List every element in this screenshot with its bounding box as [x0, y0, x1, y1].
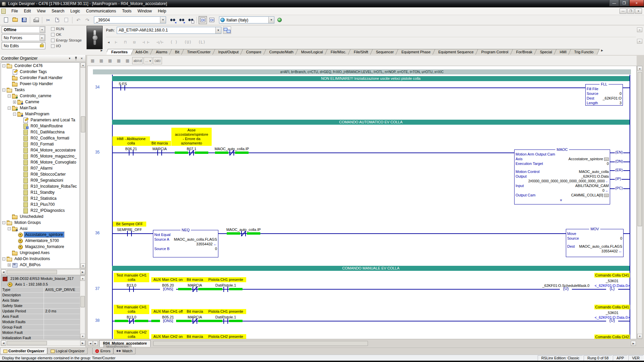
collapse-icon[interactable]: -	[2, 221, 5, 224]
tag-name[interactable]: SEMPRE_OFF	[99, 228, 160, 232]
branch-icon[interactable]: ⊓	[121, 39, 129, 46]
quickview-vertical-scrollbar[interactable]: ▲ ▼	[80, 276, 85, 339]
tree-item-r10-incollatore-robatec[interactable]: R10_Incollatore_RobaTec	[1, 183, 79, 189]
close-icon[interactable]: ×	[79, 56, 84, 61]
toggle-tag-display-icon[interactable]: ab/cd	[132, 57, 143, 64]
editor-tool-4-icon[interactable]: ▦	[115, 57, 123, 64]
angle-brackets-icon[interactable]: ⟨ab⟩	[153, 57, 162, 64]
tag-description[interactable]: Pistola CH1 presente	[205, 277, 246, 282]
scroll-left-icon[interactable]: ◀	[106, 39, 111, 45]
tag-description[interactable]: Bit marcia	[184, 277, 206, 282]
tab-move-logical[interactable]: Move/Logical	[295, 49, 329, 55]
otu-coil-icon[interactable]: (U)	[181, 39, 195, 46]
mdi-minimize-icon[interactable]: —	[620, 8, 627, 14]
tree-item-camme[interactable]: +Camme	[1, 99, 79, 105]
tab-favorites[interactable]: Favorites	[107, 49, 134, 55]
tree-item-magazzino-formatore[interactable]: Magazzino_formatore	[1, 244, 79, 250]
tree-item-r02-codifica-formati[interactable]: R02_Codifica_formati	[1, 135, 79, 141]
mdi-close-icon[interactable]: ×	[635, 8, 642, 14]
find-next-icon[interactable]: ►	[177, 16, 186, 24]
rung-number[interactable]: 35	[90, 150, 100, 155]
editor-tool-3-icon[interactable]: ▦	[106, 57, 114, 64]
toggle-controller-organizer-icon[interactable]	[199, 16, 207, 24]
output-tag[interactable]: <_62KF01:O.Data.0>	[582, 315, 637, 319]
collapse-icon[interactable]: -	[8, 95, 11, 98]
tag-name[interactable]: S:FS	[93, 82, 153, 86]
tree-item-unscheduled[interactable]: Unscheduled	[1, 214, 79, 220]
controller-mode-box[interactable]: Offline ▾	[2, 26, 45, 33]
tag-description[interactable]: Bit Sempre OFF	[113, 222, 146, 227]
open-icon[interactable]	[11, 16, 19, 24]
chevron-down-icon[interactable]: ▼	[215, 27, 221, 34]
tab-program-control[interactable]: Program Control	[475, 49, 514, 55]
tab-logical-organizer[interactable]: Logical Organizer	[47, 348, 88, 354]
hscroll-right-icon[interactable]: ▶	[631, 341, 636, 346]
otl-coil-icon[interactable]: (L)	[195, 39, 209, 46]
tree-item-controller-c476[interactable]: -Controller C476	[1, 63, 79, 69]
menu-help[interactable]: Help	[155, 8, 169, 14]
tag-description[interactable]: Bit marcia	[184, 334, 206, 339]
tree-item-mainprogram[interactable]: -MainProgram	[1, 111, 79, 117]
tab-equipment-sequence[interactable]: Equipment Sequence	[432, 49, 480, 55]
tree-item-add-on-instructions[interactable]: -Add-On Instructions	[1, 256, 79, 262]
tree-item-controller-tags[interactable]: Controller Tags	[1, 69, 79, 75]
rung-number[interactable]: 37	[90, 286, 100, 291]
find-in-routines-icon[interactable]	[186, 16, 195, 24]
tree-vertical-scrollbar[interactable]: ▲ ▼	[80, 62, 86, 269]
ons-instruction[interactable]: [ONS]	[160, 287, 176, 291]
axis-header[interactable]: Axis 1 - 192.168.0.5	[1, 281, 85, 287]
tree-item-r05-motore-magazzino[interactable]: R05_Motore_magazzino_	[1, 153, 79, 159]
editor-tool-2-icon[interactable]: ▦	[97, 57, 105, 64]
tab-timer-counter[interactable]: Timer/Counter	[181, 49, 216, 55]
tag-description[interactable]: Bit marcia	[148, 141, 171, 146]
tree-item-r00-mainroutine[interactable]: R00_MainRoutine	[1, 123, 79, 129]
tree-item-controller-fault-handler[interactable]: Controller Fault Handler	[1, 75, 79, 81]
ladder-horizontal-scrollbar[interactable]	[153, 341, 368, 346]
language-select[interactable]: Italian (Italy) ▼	[219, 16, 274, 23]
tree-item-r07-allarmi[interactable]: R07_Allarmi	[1, 165, 79, 171]
tree-item-r01-datimacchina[interactable]: R01_DatiMacchina	[1, 129, 79, 135]
tab-scroll-left-icon[interactable]: ◀	[88, 341, 93, 346]
print-icon[interactable]	[32, 16, 40, 24]
tab-trig-functio[interactable]: Trig Functio	[569, 49, 600, 55]
search-combo[interactable]: _39S04 ▼	[94, 16, 166, 23]
tag-description[interactable]: Test manuale CH2colla	[114, 330, 149, 339]
new-rung-icon[interactable]: ⊢	[112, 39, 120, 46]
ellipsis-button[interactable]: ...	[604, 158, 609, 161]
more-options-icon[interactable]: … ▾	[144, 57, 152, 64]
tree-item-ungrouped-axes[interactable]: Ungrouped Axes	[1, 250, 79, 256]
output-description[interactable]: Comando Colla CH1	[582, 273, 637, 277]
menu-file[interactable]: File	[8, 8, 21, 14]
pin-icon[interactable]	[73, 56, 78, 61]
tree-item-tasks[interactable]: -Tasks	[1, 87, 79, 93]
tag-description[interactable]: Pistola CH2 presente	[205, 334, 246, 339]
tree-item-r13-plus700[interactable]: R13_Plus700	[1, 201, 79, 207]
rung-number[interactable]: 38	[90, 318, 100, 323]
tag-description[interactable]: Test manuale CH1colla	[114, 305, 149, 314]
undo-icon[interactable]: ↶	[74, 16, 83, 24]
new-icon[interactable]	[2, 16, 10, 24]
find-previous-icon[interactable]: ◄	[168, 16, 177, 24]
close-icon[interactable]: ×	[629, 0, 644, 6]
redo-icon[interactable]: ↷	[83, 16, 92, 24]
tree-item-controllo-camme[interactable]: -Controllo_camme	[1, 93, 79, 99]
tag-description[interactable]: Pistola CH1 presente	[205, 309, 246, 314]
collapse-icon[interactable]: -	[13, 113, 16, 116]
ote-coil-icon[interactable]: ( )	[167, 39, 181, 46]
language-globe-button[interactable]	[275, 16, 283, 24]
tag-description[interactable]: AUX Man CH1 on	[151, 277, 185, 282]
tab-watch[interactable]: Watch	[113, 348, 136, 354]
tree-item-aoi-bitpos[interactable]: +AOI_BitPos	[1, 262, 79, 268]
collapse-icon[interactable]: -	[2, 257, 5, 260]
toolbar-overflow-icon[interactable]: »	[637, 27, 642, 32]
xic-contact-icon[interactable]: ⊣ ⊢	[139, 39, 153, 46]
module-header[interactable]: 2198-D032-ERS3 Modulo_biasse_317	[1, 276, 85, 281]
tab-controller-organizer[interactable]: Controller Organizer	[0, 348, 47, 354]
tree-item-r06-motore-convogliato[interactable]: R06_Motore_Convogliato	[1, 159, 79, 165]
rung-number[interactable]: 36	[90, 231, 100, 235]
expand-icon[interactable]: +	[13, 101, 16, 104]
tree-item-r04-motore-accostatore[interactable]: R04_Motore_accostatore	[1, 147, 79, 153]
tag-description[interactable]: HMI - Abilitazionecolla	[112, 136, 150, 146]
cut-icon[interactable]: ✂	[44, 16, 52, 24]
tree-item-r08-sbloccocarter[interactable]: R08_SbloccoCarter	[1, 171, 79, 177]
